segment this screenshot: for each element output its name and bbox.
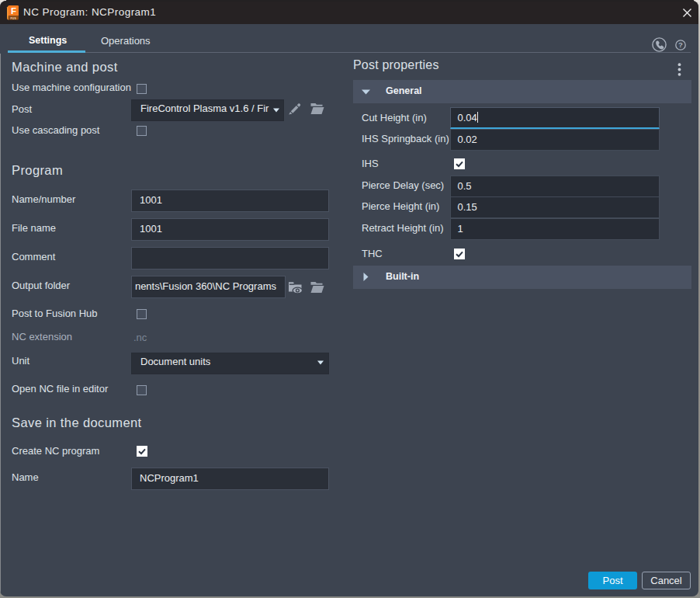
- svg-text:FUS: FUS: [10, 17, 16, 20]
- svg-text:?: ?: [678, 40, 683, 49]
- svg-text:F: F: [11, 6, 16, 16]
